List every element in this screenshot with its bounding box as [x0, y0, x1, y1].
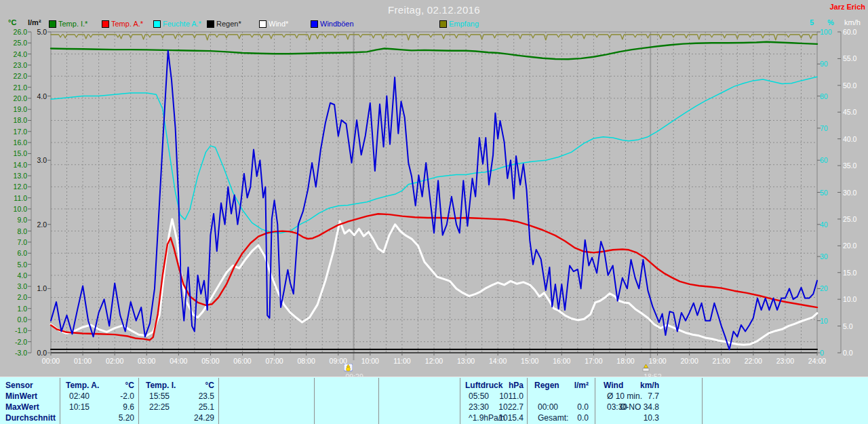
col-unit: °C — [94, 381, 134, 390]
stat-value: -2.0 — [73, 391, 134, 401]
stat-value: 9.6 — [73, 402, 134, 412]
col-header: Temp. I. — [146, 381, 176, 390]
stat-value: 24.29 — [153, 413, 214, 423]
table-separator — [60, 378, 60, 424]
stat-value: O-NO 34.8 — [598, 402, 659, 412]
stat-value: 7.7 — [598, 391, 659, 401]
col-unit: km/h — [618, 381, 659, 390]
row-label: MinWert — [5, 391, 37, 401]
col-unit: l/m² — [548, 381, 589, 390]
stat-value: 1011.0 — [462, 391, 524, 401]
row-label: MaxWert — [5, 402, 39, 412]
row-label: Durchschnitt — [5, 413, 56, 423]
row-label: Sensor — [5, 381, 33, 390]
table-separator — [138, 378, 139, 424]
chart-plot[interactable] — [0, 0, 868, 377]
stat-value: 10.3 — [598, 413, 659, 423]
stat-value: 1015.4 — [462, 413, 524, 423]
stat-value: 25.1 — [153, 402, 214, 412]
table-separator — [595, 378, 595, 424]
col-unit: °C — [174, 381, 214, 390]
weather-app-window: Freitag, 02.12.2016 Jarz Erich °C l/m² 5… — [0, 0, 868, 424]
stats-table: SensorMinWertMaxWertDurchschnittTemp. A.… — [0, 377, 868, 424]
table-separator — [378, 378, 379, 424]
table-separator — [702, 378, 703, 424]
stat-value: 0.0 — [528, 402, 589, 412]
sunrise-icon — [344, 364, 353, 372]
stat-value: 1022.7 — [462, 402, 524, 412]
col-unit: hPa — [483, 381, 524, 390]
stat-value: 0.0 — [528, 413, 589, 423]
table-separator — [314, 378, 315, 424]
sunrise-marker: 09:29 — [344, 364, 353, 372]
table-separator — [460, 378, 460, 424]
table-separator — [218, 378, 219, 424]
sunset-icon — [642, 364, 650, 372]
stat-value: 5.20 — [73, 413, 134, 423]
sunset-marker: 18:52 — [642, 364, 650, 372]
stat-value: 23.5 — [153, 391, 214, 401]
